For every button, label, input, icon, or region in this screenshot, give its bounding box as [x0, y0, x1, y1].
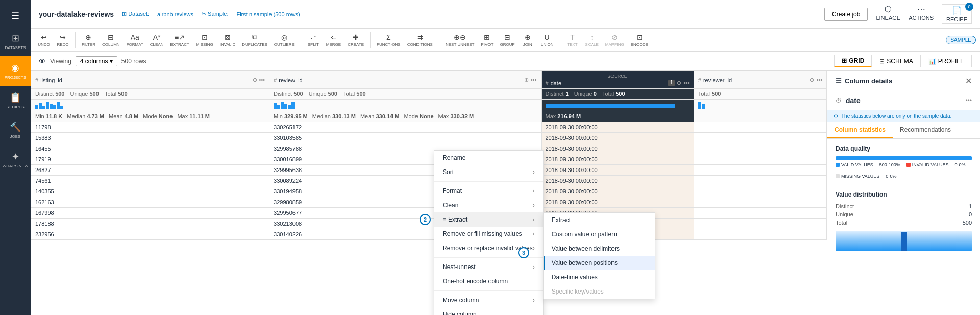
hamburger-menu[interactable]: ☰: [6, 5, 24, 27]
more-review-icon[interactable]: •••: [531, 77, 537, 83]
join-button[interactable]: ⊕JOIN: [519, 31, 537, 49]
conditions-button[interactable]: ⇉CONDITIONS: [404, 31, 436, 49]
submenu-datetime[interactable]: Date-time values: [544, 270, 655, 284]
filter-review-icon[interactable]: ⊕: [524, 77, 529, 83]
mapping-button[interactable]: ⊘MAPPING: [602, 31, 627, 49]
filter-col-icon[interactable]: ⊕: [253, 77, 257, 83]
menu-sort[interactable]: Sort›: [434, 165, 543, 179]
chevron-missing-icon: ›: [533, 230, 535, 237]
cell-date-5: 2018-09-30 00:00:00: [541, 176, 694, 186]
clean-button[interactable]: A*CLEAN: [147, 31, 167, 49]
invalid-dot: [906, 163, 911, 167]
sidebar-item-whatsnew[interactable]: ✦ WHAT'S NEW: [0, 145, 31, 175]
lineage-button[interactable]: ⬡ LINEAGE: [876, 4, 900, 24]
dist-row-total: Total 500: [836, 219, 972, 227]
encode-button[interactable]: ⊡ENCODE: [628, 31, 651, 49]
format-button[interactable]: AaFORMAT: [124, 31, 146, 49]
header-meta: ⊞ Dataset: airbnb reviews ✂ Sample: Firs…: [122, 11, 300, 17]
panel-col-more-icon[interactable]: •••: [965, 97, 972, 104]
submenu-extract[interactable]: Extract: [544, 213, 655, 227]
sidebar-item-jobs[interactable]: 🔨 JOBS: [0, 115, 31, 145]
col-header-date: SOURCE #date 1 ⊕ •••: [541, 71, 694, 89]
notice-icon: ⚙: [834, 113, 838, 119]
missing-button[interactable]: ⊡MISSING: [193, 31, 216, 49]
grid-container[interactable]: #listing_id ⊕ ••• #review_id: [31, 71, 827, 315]
sidebar-item-projects[interactable]: ◉ PROJECTS: [0, 56, 31, 86]
menu-format[interactable]: Format›: [434, 184, 543, 198]
table-row: 2329563301402262018-09-30 00:00:00: [31, 229, 827, 240]
col-header-listing-id: #listing_id ⊕ •••: [31, 71, 270, 89]
cell-listing_id-6: 140355: [31, 186, 270, 197]
submenu-value-between-delimiters[interactable]: Value between delimiters: [544, 241, 655, 256]
create-button[interactable]: ✚CREATE: [345, 31, 367, 49]
cell-date-1: 2018-09-30 00:00:00: [541, 133, 694, 143]
merge-button[interactable]: ⇐MERGE: [323, 31, 344, 49]
actions-button[interactable]: ⋯ ACTIONS: [909, 4, 934, 24]
menu-one-hot[interactable]: One-hot encode column: [434, 274, 543, 288]
chevron-move-icon: ›: [533, 297, 535, 304]
lineage-icon: ⬡: [885, 4, 892, 14]
sample-link[interactable]: First n sample (500 rows): [236, 11, 300, 17]
undo-button[interactable]: ↩UNDO: [35, 31, 53, 49]
context-menu: Rename Sort› Format› Clean› ≡Extract › E…: [434, 150, 544, 315]
more-col-icon[interactable]: •••: [259, 77, 265, 83]
col-type-date: #: [546, 80, 549, 86]
filter-reviewer-icon[interactable]: ⊕: [810, 77, 814, 83]
extract-button[interactable]: ≡↗EXTRACT: [167, 31, 192, 49]
filter-icon: ⊕: [85, 33, 91, 41]
redo-button[interactable]: ↪REDO: [54, 31, 72, 49]
outliers-button[interactable]: ◎OUTLIERS: [271, 31, 298, 49]
split-button[interactable]: ⇌SPLIT: [304, 31, 323, 49]
cell-reviewer_id-5: [694, 176, 826, 186]
more-reviewer-icon[interactable]: •••: [816, 77, 822, 83]
column-button[interactable]: ⊟COLUMN: [99, 31, 123, 49]
table-row: 179193300168992018-09-30 00:00:00: [31, 154, 827, 165]
panel-tab-statistics[interactable]: Column statistics: [827, 122, 893, 138]
submenu-custom-value[interactable]: Custom value or pattern: [544, 227, 655, 241]
sidebar-item-datasets[interactable]: ⊞ DATASETS: [0, 27, 31, 56]
submenu-value-between-positions[interactable]: Value between positions: [544, 256, 655, 270]
nest-unnest-button[interactable]: ⊕⊖NEST-UNNEST: [443, 31, 477, 49]
invalid-button[interactable]: ⊠INVALID: [217, 31, 239, 49]
filter-date-icon[interactable]: ⊕: [677, 80, 681, 86]
duplicates-button[interactable]: ⧉DUPLICATES: [239, 31, 271, 49]
col-type-listing: #: [35, 77, 38, 83]
panel-title-icon: ☰: [836, 77, 842, 85]
panel-close-button[interactable]: ✕: [965, 76, 972, 86]
datasets-icon: ⊞: [12, 33, 19, 44]
tab-grid[interactable]: ⊞ GRID: [834, 55, 872, 67]
panel-notice: ⚙ The statistics below are only on the s…: [827, 110, 980, 122]
menu-extract[interactable]: ≡Extract › Extract Custom value or patte…: [434, 212, 543, 227]
union-button[interactable]: UUNION: [537, 31, 557, 49]
filter-button[interactable]: ⊕FILTER: [79, 31, 99, 49]
encode-icon: ⊡: [636, 33, 643, 41]
toolbar-group-split: ⇌SPLIT ⇐MERGE ✚CREATE: [304, 31, 367, 49]
recipe-button[interactable]: 📄 RECIPE 0: [942, 4, 972, 24]
view-left: 👁 Viewing 4 columns ▾ 500 rows: [39, 56, 146, 66]
whatsnew-icon: ✦: [12, 151, 19, 162]
menu-move-column[interactable]: Move column›: [434, 293, 543, 307]
functions-button[interactable]: ΣFUNCTIONS: [374, 31, 404, 49]
sidebar-item-recipes[interactable]: 📋 RECIPES: [0, 86, 31, 115]
more-date-icon[interactable]: •••: [683, 80, 690, 86]
create-job-button[interactable]: Create job: [824, 8, 868, 21]
dataset-link[interactable]: airbnb reviews: [157, 11, 193, 17]
extract-icon: ≡↗: [175, 33, 185, 41]
pivot-button[interactable]: ⊞PIVOT: [478, 31, 496, 49]
columns-selector[interactable]: 4 columns ▾: [76, 56, 117, 66]
menu-missing-values[interactable]: Remove or fill missing values›: [434, 227, 543, 241]
group-button[interactable]: ⊟GROUP: [497, 31, 518, 49]
menu-clean[interactable]: Clean›: [434, 198, 543, 212]
tab-profile[interactable]: 📊 PROFILE: [921, 55, 972, 67]
menu-rename[interactable]: Rename: [434, 151, 543, 165]
menu-hide-column[interactable]: Hide column: [434, 307, 543, 315]
duplicates-icon: ⧉: [252, 33, 257, 41]
nest-unnest-icon: ⊕⊖: [454, 33, 466, 41]
col-type-review: #: [274, 77, 277, 83]
scale-button[interactable]: ↕SCALE: [582, 31, 602, 49]
panel-tab-recommendations[interactable]: Recommendations: [893, 122, 958, 138]
text-button[interactable]: TTEXT: [564, 31, 582, 49]
cell-listing_id-10: 232956: [31, 229, 270, 240]
menu-nest-unnest[interactable]: Nest-unnest›: [434, 260, 543, 274]
tab-schema[interactable]: ⊟ SCHEMA: [872, 55, 920, 67]
